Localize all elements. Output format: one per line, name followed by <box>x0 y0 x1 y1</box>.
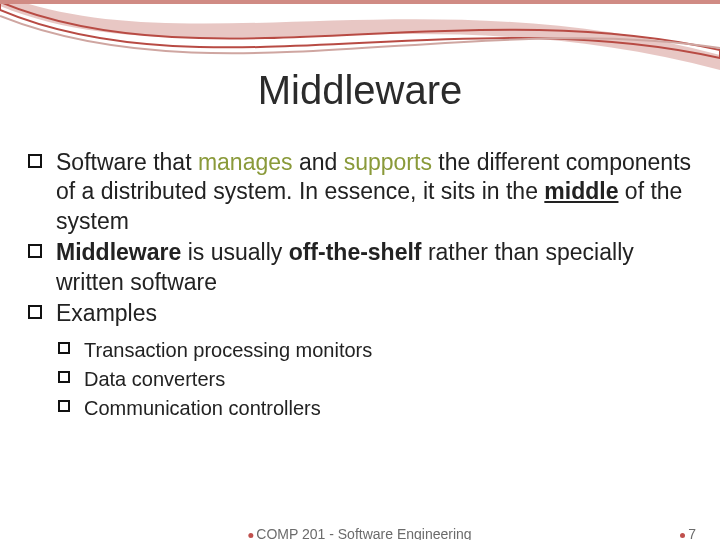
footer-dot-icon <box>680 533 685 538</box>
text-run: supports <box>344 149 432 175</box>
text-run: and <box>293 149 344 175</box>
footer-dot-icon <box>248 533 253 538</box>
text-run: Communication controllers <box>84 397 321 419</box>
footer-center: COMP 201 - Software Engineering <box>248 526 471 540</box>
slide-title: Middleware <box>0 68 720 113</box>
text-run: Middleware <box>56 239 181 265</box>
text-run: off-the-shelf <box>289 239 422 265</box>
bullet-level2: Transaction processing monitors <box>28 337 692 364</box>
bullet-level1: Software that manages and supports the d… <box>28 148 692 236</box>
text-run: Examples <box>56 300 157 326</box>
bullet-level1: Examples <box>28 299 692 328</box>
square-bullet-icon <box>28 244 42 258</box>
bullet-level2: Data converters <box>28 366 692 393</box>
square-bullet-icon <box>28 154 42 168</box>
square-bullet-icon <box>58 400 70 412</box>
text-run: Software that <box>56 149 198 175</box>
text-run: is usually <box>181 239 288 265</box>
square-bullet-icon <box>28 305 42 319</box>
content-area: Software that manages and supports the d… <box>28 148 692 424</box>
bullet-level1: Middleware is usually off-the-shelf rath… <box>28 238 692 297</box>
page-number: 7 <box>680 526 696 540</box>
text-run: Transaction processing monitors <box>84 339 372 361</box>
text-run: Data converters <box>84 368 225 390</box>
bullet-level2: Communication controllers <box>28 395 692 422</box>
square-bullet-icon <box>58 342 70 354</box>
text-run: middle <box>544 178 618 204</box>
text-run: manages <box>198 149 293 175</box>
square-bullet-icon <box>58 371 70 383</box>
